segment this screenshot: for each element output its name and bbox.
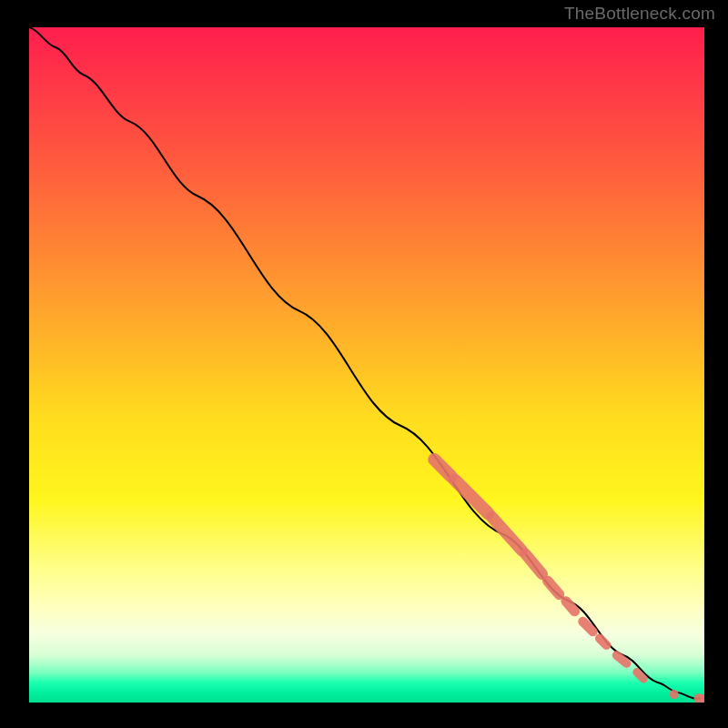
chart-stage: TheBottleneck.com xyxy=(0,0,728,728)
highlight-point xyxy=(670,690,679,699)
gradient-plot xyxy=(29,27,704,703)
attribution-label: TheBottleneck.com xyxy=(564,4,715,24)
gradient-background xyxy=(29,27,704,703)
